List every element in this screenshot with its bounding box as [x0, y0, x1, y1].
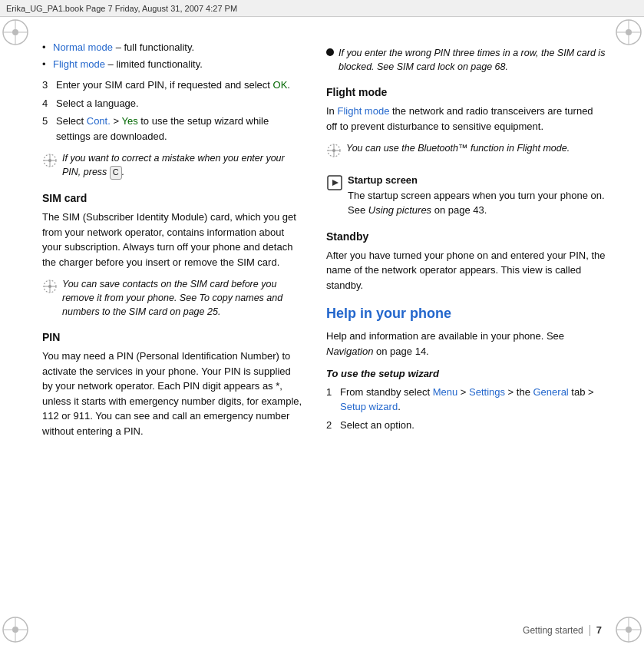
tip-icon-3 — [326, 143, 342, 162]
flight-mode-link-body: Flight mode — [337, 105, 389, 117]
sim-card-heading: SIM card — [42, 190, 303, 207]
flight-mode-heading: Flight mode — [326, 84, 606, 101]
header-bar: Erika_UG_PA1.book Page 7 Friday, August … — [0, 0, 644, 17]
normal-mode-text: – full functionality. — [116, 41, 194, 53]
tip-1-text: If you want to correct a mistake when yo… — [62, 151, 303, 180]
tip-2: You can save contacts on the SIM card be… — [42, 277, 303, 319]
sim-card-body: The SIM (Subscriber Identity Module) car… — [42, 210, 303, 270]
step-text: From standby select Menu > Settings > th… — [340, 386, 594, 413]
flight-mode-text: – limited functionality. — [108, 58, 203, 70]
warning-icon — [326, 48, 334, 56]
step-number: 4 — [42, 96, 48, 111]
footer-section: Getting started — [523, 625, 583, 636]
setup-wizard-link: Setup wizard — [340, 401, 398, 412]
pin-body: You may need a PIN (Personal Identificat… — [42, 349, 303, 438]
content-area: Normal mode – full functionality. Flight… — [0, 17, 644, 645]
footer-divider — [590, 625, 590, 636]
footer: Getting started 7 — [523, 624, 602, 636]
ok-link: OK — [273, 79, 288, 91]
using-pictures-link: Using pictures — [368, 204, 431, 216]
cont-link: Cont. — [87, 115, 111, 127]
general-link: General — [533, 386, 569, 398]
corner-decoration-br — [613, 614, 644, 645]
corner-decoration-tl — [0, 17, 31, 48]
step-number: 1 — [326, 385, 332, 400]
step-text: Select a language. — [56, 98, 139, 109]
list-item: Flight mode – limited functionality. — [42, 57, 303, 72]
pin-heading: PIN — [42, 329, 303, 346]
list-item: 5 Select Cont. > Yes to use the setup wi… — [42, 114, 303, 144]
startup-content: Startup screen The startup screen appear… — [348, 173, 606, 218]
startup-section: Startup screen The startup screen appear… — [326, 173, 606, 218]
tip-icon-2 — [42, 279, 58, 298]
navigation-link: Navigation — [326, 346, 373, 357]
step-text: Select Cont. > Yes to use the setup wiza… — [56, 115, 269, 142]
right-column: If you enter the wrong PIN three times i… — [326, 40, 606, 622]
left-column: Normal mode – full functionality. Flight… — [42, 40, 303, 622]
list-item: Normal mode – full functionality. — [42, 40, 303, 55]
tip-2-text: You can save contacts on the SIM card be… — [62, 277, 303, 319]
header-text: Erika_UG_PA1.book Page 7 Friday, August … — [6, 4, 237, 13]
startup-body: The startup screen appears when you turn… — [348, 190, 605, 217]
yes-link: Yes — [121, 115, 137, 127]
standby-heading: Standby — [326, 229, 606, 245]
flight-mode-body: In Flight mode the network and radio tra… — [326, 104, 606, 134]
step-number: 3 — [42, 78, 48, 93]
list-item: 1 From standby select Menu > Settings > … — [326, 385, 606, 415]
help-heading: Help in your phone — [326, 303, 606, 324]
list-item: 3 Enter your SIM card PIN, if requested … — [42, 78, 303, 93]
mode-bullets: Normal mode – full functionality. Flight… — [42, 40, 303, 71]
proc-steps: 1 From standby select Menu > Settings > … — [326, 385, 606, 433]
tip-1: If you want to correct a mistake when yo… — [42, 151, 303, 180]
tip-3-text: You can use the Bluetooth™ function in F… — [346, 141, 570, 155]
help-body: Help and information are available in yo… — [326, 329, 606, 359]
proc-heading: To use the setup wizard — [326, 366, 606, 382]
step-number: 2 — [326, 418, 332, 433]
tip-icon-1 — [42, 153, 58, 172]
warning-1: If you enter the wrong PIN three times i… — [326, 46, 606, 74]
step-text: Select an option. — [340, 419, 414, 431]
tip-3: You can use the Bluetooth™ function in F… — [326, 141, 606, 162]
warning-1-text: If you enter the wrong PIN three times i… — [339, 46, 606, 74]
startup-heading: Startup screen — [348, 174, 418, 186]
normal-mode-link: Normal mode — [53, 41, 113, 53]
corner-decoration-tr — [613, 17, 644, 48]
c-key: C — [110, 166, 122, 180]
page-number: 7 — [596, 624, 602, 636]
startup-icon — [326, 174, 343, 196]
flight-mode-link: Flight mode — [53, 58, 105, 70]
standby-body: After you have turned your phone on and … — [326, 248, 606, 293]
step-number: 5 — [42, 114, 48, 129]
list-item: 4 Select a language. — [42, 96, 303, 111]
page: Erika_UG_PA1.book Page 7 Friday, August … — [0, 0, 644, 645]
corner-decoration-bl — [0, 614, 31, 645]
step-text: Enter your SIM card PIN, if requested an… — [56, 79, 290, 91]
setup-steps: 3 Enter your SIM card PIN, if requested … — [42, 78, 303, 144]
list-item: 2 Select an option. — [326, 418, 606, 433]
menu-link: Menu — [433, 386, 458, 398]
settings-link: Settings — [469, 386, 505, 398]
